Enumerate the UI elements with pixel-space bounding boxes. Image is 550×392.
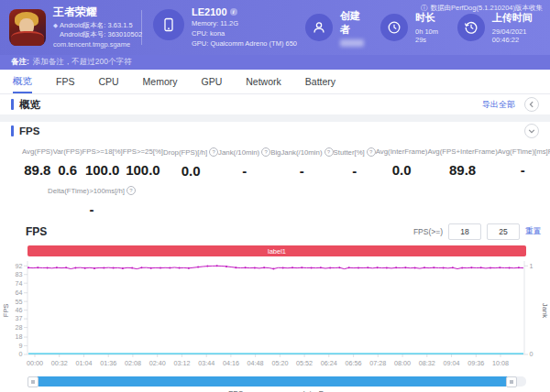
device-gpu: GPU: Qualcomm Adreno (TM) 650 [192,39,297,49]
creator-name-redacted [340,39,364,47]
fps-threshold-input-2[interactable] [487,223,520,240]
fps-stats-row-2: Delta(FTime)>100ms[/h] ? - [0,180,550,221]
info-icon: ⓘ [421,4,428,13]
fps-section-title: FPS [19,125,39,136]
svg-text:04:16: 04:16 [223,359,239,367]
svg-text:05:52: 05:52 [296,359,313,367]
tab-bar: 概览FPSCPUMemoryGPUNetworkBattery [0,70,550,94]
overview-collapse-button[interactable] [524,97,539,112]
stat-label-text: FPS>=18[%] [82,147,123,156]
report-header: 王者荣耀 ◆Android版本名: 3.63.1.5 Android版本号: 3… [0,0,550,55]
note-bar[interactable]: 备注: 添加备注，不超过200个字符 [0,55,550,70]
svg-text:09:36: 09:36 [468,359,484,367]
phone-icon [153,9,184,40]
tab-FPS[interactable]: FPS [56,70,74,93]
stat-label: Drop(FPS)[/h]? [163,147,218,157]
stat-label-text: Jank(/10min) [218,148,259,157]
info-icon[interactable]: ? [126,186,136,195]
overview-title: 概览 [19,98,40,112]
stat-label-text: Delta(FTime)>100ms[/h] [48,187,125,195]
export-all-link[interactable]: 导出全部 [482,99,515,111]
info-icon[interactable]: ? [209,147,218,157]
stat-value: 0.0 [182,163,201,179]
tab-Network[interactable]: Network [246,70,281,93]
stat-cell: Drop(FPS)[/h]?0.0 [163,147,218,179]
duration-label: 时长 [415,11,441,25]
stat-cell: Avg(FPS)89.8 [22,147,53,178]
overview-section-header: 概览 导出全部 [0,94,550,114]
scrollbar-right-handle[interactable] [506,376,517,387]
svg-text:28: 28 [16,323,23,332]
stat-cell: BigJank(/10min)?- [270,147,333,179]
diamond-icon: ◆ [53,22,58,28]
scrollbar-left-handle[interactable] [28,376,38,387]
svg-text:9: 9 [19,342,23,350]
fps-line-chart[interactable]: 0918283746556474839201FPSJank00:0000:320… [0,257,550,376]
chevron-down-icon [528,127,535,135]
annotation-label1-bar[interactable]: label1 [28,245,526,256]
duration-value: 0h 10m 29s [415,27,441,44]
tab-概览[interactable]: 概览 [13,70,32,93]
stat-label: Var(FPS) [53,147,82,156]
stat-cell: Stutter[%]?- [334,147,376,179]
tab-CPU[interactable]: CPU [98,70,118,93]
svg-text:03:44: 03:44 [198,359,214,367]
svg-text:1: 1 [530,262,534,270]
collector-note-text: 数据由PerfDog(5.1.210204)版本收集 [430,4,543,13]
chart-zoom-scrollbar[interactable] [28,376,526,387]
stat-cell: Var(FPS)0.6 [53,147,82,178]
reset-link[interactable]: 重置 [525,226,541,237]
stat-value: 0.6 [58,162,77,178]
stat-label: BigJank(/10min)? [270,147,333,157]
stat-label: Delta(FTime)>100ms[/h] ? [48,186,136,195]
stat-label-text: FPS>=25[%] [123,147,163,156]
stat-label-text: Drop(FPS)[/h] [163,148,207,157]
upload-time-value: 29/04/2021 00:46:22 [492,27,541,44]
stat-value: - [242,163,247,179]
stat-value: 100.0 [85,162,120,178]
svg-text:02:40: 02:40 [149,359,166,367]
svg-text:37: 37 [16,314,23,322]
stat-label-text: Avg(FTime)[ms] [498,147,548,156]
fps-threshold-input-1[interactable] [448,223,481,240]
stat-value: - [521,162,525,178]
scrollbar-fill[interactable] [32,376,512,387]
game-version-name-text: Android版本名: 3.63.1.5 [60,21,133,29]
stat-label-text: BigJank(/10min) [270,148,322,157]
fps-collapse-button[interactable] [524,124,539,138]
section-accent-bar [11,125,14,136]
svg-text:00:00: 00:00 [27,359,43,367]
tab-Memory[interactable]: Memory [143,70,178,93]
stat-value: - [300,163,304,179]
section-gap [0,114,550,122]
info-icon[interactable]: ? [261,147,270,157]
device-cpu: CPU: kona [192,29,297,39]
svg-text:02:08: 02:08 [125,359,141,367]
info-icon[interactable]: ? [324,147,334,157]
svg-text:55: 55 [16,298,23,306]
header-divider [141,10,142,45]
stat-label: Avg(FPS+InterFrame) [427,147,497,156]
stat-delta-ftime: Delta(FTime)>100ms[/h] ? - [48,186,136,217]
tab-GPU[interactable]: GPU [202,70,223,93]
stat-cell: Avg(FPS+InterFrame)89.8 [427,147,497,178]
duration-block: 时长 0h 10m 29s [380,11,441,44]
device-info-icon[interactable]: i [230,8,237,16]
user-icon [305,14,333,41]
svg-text:01:04: 01:04 [76,359,93,367]
chevron-left-icon [528,101,535,108]
stat-value: 0.0 [392,162,412,178]
svg-text:74: 74 [16,279,23,288]
tab-Battery[interactable]: Battery [305,70,336,93]
info-icon[interactable]: ? [367,147,376,157]
stat-label-text: Avg(InterFrame) [376,147,428,156]
stat-label-text: Var(FPS) [53,147,82,156]
svg-text:10:08: 10:08 [492,359,509,367]
fps-threshold-label: FPS(>=) [413,227,443,236]
svg-text:06:56: 06:56 [346,359,362,367]
device-model: LE2100i [192,6,297,17]
note-placeholder: 添加备注，不超过200个字符 [33,57,132,68]
stat-label-text: Stutter[%] [334,148,365,157]
game-title: 王者荣耀 [53,5,142,19]
stat-label: Avg(FTime)[ms] [498,147,548,156]
